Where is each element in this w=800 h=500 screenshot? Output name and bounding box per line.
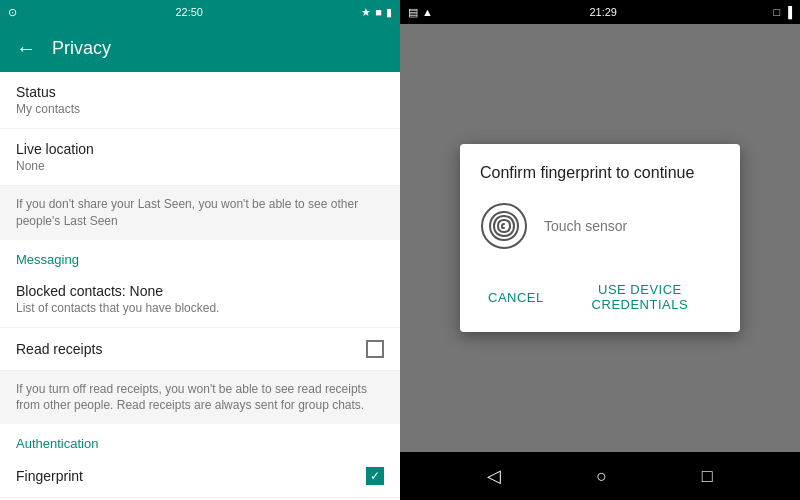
status-subtitle: My contacts <box>16 102 384 116</box>
status-title: Status <box>16 84 384 100</box>
blocked-contacts-item[interactable]: Blocked contacts: None List of contacts … <box>0 271 400 328</box>
last-seen-notice: If you don't share your Last Seen, you w… <box>0 186 400 240</box>
use-device-credentials-button[interactable]: USE DEVICE CREDENTIALS <box>560 274 720 320</box>
battery-right-icon: ▐ <box>784 6 792 18</box>
right-panel: ▤ ▲ 21:29 □ ▐ Confirm fingerprint to con… <box>400 0 800 500</box>
fingerprint-checkbox[interactable] <box>366 467 384 485</box>
dialog-fingerprint-row: Touch sensor <box>480 202 720 250</box>
read-receipts-item[interactable]: Read receipts <box>0 328 400 371</box>
status-right-icons: □ ▐ <box>774 6 792 18</box>
left-panel: ⊙ 22:50 ★ ■ ▮ ← Privacy Status My contac… <box>0 0 400 500</box>
read-receipts-title: Read receipts <box>16 341 102 357</box>
dialog-overlay: Confirm fingerprint to continue Touch se… <box>400 24 800 452</box>
status-bar-left: ⊙ 22:50 ★ ■ ▮ <box>0 0 400 24</box>
back-button[interactable]: ← <box>16 37 36 60</box>
status-left-time: 22:50 <box>175 6 203 18</box>
dialog-actions: CANCEL USE DEVICE CREDENTIALS <box>480 274 720 320</box>
back-nav-icon[interactable]: ◁ <box>487 465 501 487</box>
authentication-section-header: Authentication <box>0 424 400 455</box>
fingerprint-item[interactable]: Fingerprint <box>0 455 400 498</box>
touch-sensor-label: Touch sensor <box>544 218 627 234</box>
wifi-icon: ▲ <box>422 6 433 18</box>
fingerprint-icon <box>480 202 528 250</box>
status-left-icons: ★ ■ ▮ <box>361 6 392 19</box>
live-location-subtitle: None <box>16 159 384 173</box>
toolbar: ← Privacy <box>0 24 400 72</box>
fingerprint-title: Fingerprint <box>16 468 83 484</box>
recent-nav-icon[interactable]: □ <box>702 466 713 487</box>
svg-point-0 <box>482 204 526 248</box>
read-receipts-notice: If you turn off read receipts, you won't… <box>0 371 400 425</box>
status-bar-right: ▤ ▲ 21:29 □ ▐ <box>400 0 800 24</box>
toolbar-title: Privacy <box>52 38 111 59</box>
cancel-button[interactable]: CANCEL <box>480 274 552 320</box>
status-right-time: 21:29 <box>589 6 617 18</box>
blocked-contacts-title: Blocked contacts: None <box>16 283 384 299</box>
signal-strength-icon: ▤ <box>408 6 418 19</box>
home-nav-icon[interactable]: ○ <box>596 466 607 487</box>
blocked-contacts-subtitle: List of contacts that you have blocked. <box>16 301 384 315</box>
read-receipts-checkbox[interactable] <box>366 340 384 358</box>
battery-icon: ▮ <box>386 6 392 19</box>
status-left-icon: ⊙ <box>8 6 17 19</box>
live-location-item[interactable]: Live location None <box>0 129 400 186</box>
status-right-left-icons: ▤ ▲ <box>408 6 433 19</box>
signal-icon: ■ <box>375 6 382 18</box>
fingerprint-dialog: Confirm fingerprint to continue Touch se… <box>460 144 740 332</box>
status-item[interactable]: Status My contacts <box>0 72 400 129</box>
live-location-title: Live location <box>16 141 384 157</box>
nav-bar: ◁ ○ □ <box>400 452 800 500</box>
settings-list: Status My contacts Live location None If… <box>0 72 400 500</box>
messaging-section-header: Messaging <box>0 240 400 271</box>
dialog-title: Confirm fingerprint to continue <box>480 164 720 182</box>
network-icon: □ <box>774 6 781 18</box>
bluetooth-icon: ★ <box>361 6 371 19</box>
